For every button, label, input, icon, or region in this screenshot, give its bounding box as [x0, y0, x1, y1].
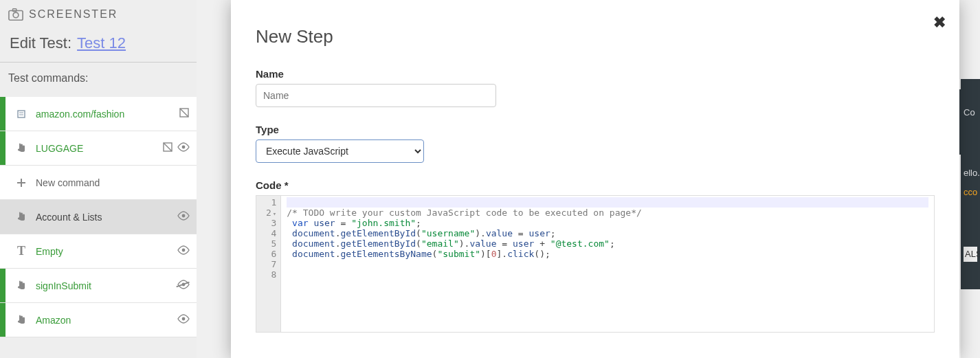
name-input[interactable]	[256, 84, 496, 107]
command-label: Amazon	[29, 315, 177, 326]
top-bar: SCREENSTER	[0, 0, 197, 29]
svg-point-8	[182, 146, 186, 149]
status-bar	[0, 166, 5, 199]
command-label: New command	[29, 177, 190, 188]
status-bar	[0, 303, 5, 337]
doc-icon	[14, 109, 29, 119]
svg-point-11	[182, 283, 186, 287]
new-step-modal: ✖ New Step Name Type Execute JavaScript …	[231, 0, 959, 358]
test-name-link[interactable]: Test 12	[77, 34, 126, 52]
command-label: signInSubmit	[29, 280, 177, 291]
svg-point-1	[13, 12, 19, 18]
gutter-line: 7	[266, 259, 276, 269]
code-line[interactable]: document.getElementsByName("submit")[0].…	[287, 249, 928, 259]
command-row-2[interactable]: New command	[0, 166, 197, 200]
command-row-3[interactable]: Account & Lists	[0, 200, 197, 234]
status-bar	[0, 234, 5, 268]
eye-icon[interactable]	[177, 245, 190, 258]
gutter-line: 4	[266, 228, 276, 238]
eye-icon[interactable]	[177, 210, 190, 223]
type-select[interactable]: Execute JavaScript	[256, 139, 424, 163]
hand-icon	[14, 315, 29, 326]
code-line[interactable]: document.getElementById("username").valu…	[287, 228, 928, 238]
code-label: Code *	[256, 179, 935, 191]
code-line[interactable]	[287, 269, 928, 280]
command-row-4[interactable]: TEmpty	[0, 234, 197, 269]
code-editor[interactable]: 12345678 /* TODO write your custom JavaS…	[256, 195, 935, 333]
status-bar	[0, 200, 5, 234]
hand-icon	[14, 280, 29, 291]
code-line[interactable]	[287, 259, 928, 269]
type-label: Type	[256, 124, 935, 135]
command-label: LUGGAGE	[29, 143, 162, 154]
name-label: Name	[256, 68, 935, 80]
command-label: Account & Lists	[29, 212, 177, 223]
brand-name: SCREENSTER	[29, 8, 118, 21]
plus-icon	[14, 177, 29, 188]
svg-point-10	[182, 249, 186, 252]
page-subhead: Edit Test: Test 12	[0, 29, 197, 62]
command-label: amazon.com/fashion	[29, 109, 179, 120]
svg-rect-2	[12, 9, 16, 12]
code-line[interactable]	[287, 197, 928, 208]
command-row-5[interactable]: signInSubmit	[0, 269, 197, 303]
svg-point-12	[182, 317, 186, 321]
eye-off-icon[interactable]	[177, 279, 190, 292]
command-row-6[interactable]: Amazon	[0, 303, 197, 337]
commands-header: Test commands:	[0, 63, 197, 97]
status-bar	[0, 269, 5, 302]
T-icon: T	[14, 244, 29, 258]
gutter-line: 5	[266, 238, 276, 249]
command-label: Empty	[29, 246, 177, 257]
eye-icon[interactable]	[177, 313, 190, 326]
gutter-line: 8	[266, 269, 276, 280]
svg-point-9	[182, 214, 186, 218]
eye-icon[interactable]	[177, 142, 190, 155]
subhead-label: Edit Test:	[10, 34, 71, 52]
status-bar	[0, 97, 5, 131]
camera-icon	[8, 8, 23, 21]
close-icon[interactable]: ✖	[933, 14, 946, 32]
marker-icon[interactable]	[162, 142, 173, 155]
gutter-line: 2	[266, 208, 276, 218]
gutter-line: 6	[266, 249, 276, 259]
code-line[interactable]: document.getElementById("email").value =…	[287, 238, 928, 249]
code-line[interactable]: /* TODO write your custom JavaScript cod…	[287, 208, 928, 218]
marker-icon[interactable]	[179, 107, 190, 120]
modal-title: New Step	[256, 26, 935, 47]
command-row-1[interactable]: LUGGAGE	[0, 131, 197, 166]
hand-icon	[14, 212, 29, 223]
gutter-line: 1	[266, 197, 276, 208]
hand-icon	[14, 143, 29, 154]
side-strip: Co ello. cco ALS	[961, 79, 980, 289]
command-row-0[interactable]: amazon.com/fashion	[0, 97, 197, 131]
code-line[interactable]: var user = "john.smith";	[287, 218, 928, 228]
gutter-line: 3	[266, 218, 276, 228]
svg-rect-3	[18, 111, 25, 118]
commands-list: amazon.com/fashionLUGGAGENew commandAcco…	[0, 97, 197, 337]
status-bar	[0, 131, 5, 165]
